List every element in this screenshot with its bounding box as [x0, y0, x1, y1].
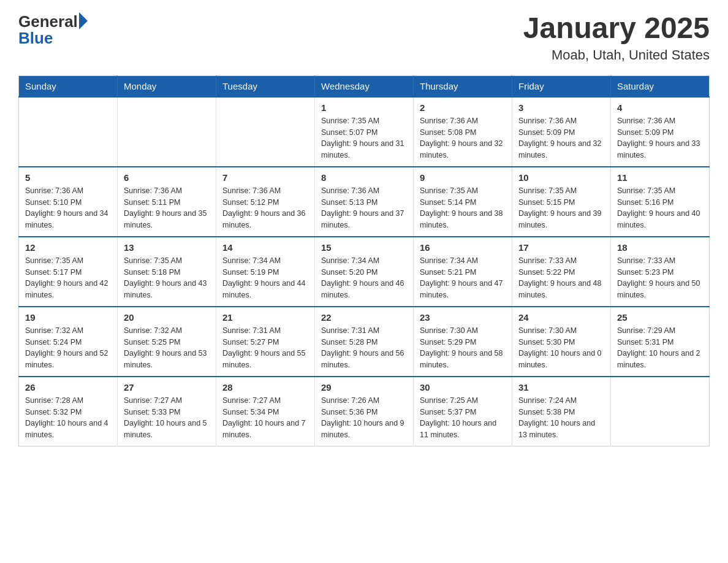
day-number: 10 — [518, 172, 604, 183]
day-number: 25 — [617, 312, 703, 323]
calendar-cell: 24Sunrise: 7:30 AM Sunset: 5:30 PM Dayli… — [512, 307, 611, 377]
day-info: Sunrise: 7:33 AM Sunset: 5:23 PM Dayligh… — [617, 255, 703, 301]
day-number: 14 — [222, 242, 308, 253]
calendar-cell: 6Sunrise: 7:36 AM Sunset: 5:11 PM Daylig… — [118, 167, 216, 237]
day-number: 11 — [617, 172, 703, 183]
calendar-cell: 27Sunrise: 7:27 AM Sunset: 5:33 PM Dayli… — [118, 377, 216, 446]
day-number: 23 — [420, 312, 506, 323]
calendar-cell: 28Sunrise: 7:27 AM Sunset: 5:34 PM Dayli… — [216, 377, 315, 446]
day-number: 21 — [222, 312, 308, 323]
day-info: Sunrise: 7:33 AM Sunset: 5:22 PM Dayligh… — [518, 255, 604, 301]
day-info: Sunrise: 7:35 AM Sunset: 5:14 PM Dayligh… — [420, 185, 506, 231]
day-info: Sunrise: 7:28 AM Sunset: 5:32 PM Dayligh… — [25, 395, 111, 441]
calendar-title-block: January 2025 Moab, Utah, United States — [523, 12, 710, 63]
day-info: Sunrise: 7:35 AM Sunset: 5:17 PM Dayligh… — [25, 255, 111, 301]
day-number: 12 — [25, 242, 111, 253]
day-info: Sunrise: 7:34 AM Sunset: 5:21 PM Dayligh… — [420, 255, 506, 301]
calendar-week-2: 5Sunrise: 7:36 AM Sunset: 5:10 PM Daylig… — [19, 167, 710, 237]
day-number: 29 — [321, 382, 407, 393]
day-number: 15 — [321, 242, 407, 253]
day-info: Sunrise: 7:36 AM Sunset: 5:13 PM Dayligh… — [321, 185, 407, 231]
day-number: 7 — [222, 172, 308, 183]
calendar-cell: 20Sunrise: 7:32 AM Sunset: 5:25 PM Dayli… — [118, 307, 216, 377]
day-number: 31 — [518, 382, 604, 393]
day-info: Sunrise: 7:36 AM Sunset: 5:10 PM Dayligh… — [25, 185, 111, 231]
day-number: 20 — [124, 312, 210, 323]
day-number: 16 — [420, 242, 506, 253]
day-of-week-thursday: Thursday — [414, 75, 512, 97]
day-info: Sunrise: 7:30 AM Sunset: 5:30 PM Dayligh… — [518, 325, 604, 371]
day-info: Sunrise: 7:29 AM Sunset: 5:31 PM Dayligh… — [617, 325, 703, 371]
day-info: Sunrise: 7:27 AM Sunset: 5:33 PM Dayligh… — [124, 395, 210, 441]
day-info: Sunrise: 7:35 AM Sunset: 5:18 PM Dayligh… — [124, 255, 210, 301]
logo-text-blue: Blue — [18, 29, 88, 48]
calendar-cell: 13Sunrise: 7:35 AM Sunset: 5:18 PM Dayli… — [118, 237, 216, 307]
calendar-cell — [611, 377, 710, 446]
calendar-cell — [118, 97, 216, 167]
calendar-cell: 10Sunrise: 7:35 AM Sunset: 5:15 PM Dayli… — [512, 167, 611, 237]
day-number: 3 — [518, 102, 604, 113]
calendar-cell — [216, 97, 315, 167]
calendar-week-3: 12Sunrise: 7:35 AM Sunset: 5:17 PM Dayli… — [19, 237, 710, 307]
calendar-cell: 11Sunrise: 7:35 AM Sunset: 5:16 PM Dayli… — [611, 167, 710, 237]
day-number: 1 — [321, 102, 407, 113]
calendar-body: 1Sunrise: 7:35 AM Sunset: 5:07 PM Daylig… — [19, 97, 710, 446]
day-number: 26 — [25, 382, 111, 393]
calendar-cell: 2Sunrise: 7:36 AM Sunset: 5:08 PM Daylig… — [414, 97, 512, 167]
day-info: Sunrise: 7:31 AM Sunset: 5:28 PM Dayligh… — [321, 325, 407, 371]
day-number: 22 — [321, 312, 407, 323]
day-info: Sunrise: 7:35 AM Sunset: 5:16 PM Dayligh… — [617, 185, 703, 231]
day-number: 17 — [518, 242, 604, 253]
calendar-cell: 17Sunrise: 7:33 AM Sunset: 5:22 PM Dayli… — [512, 237, 611, 307]
calendar-cell: 4Sunrise: 7:36 AM Sunset: 5:09 PM Daylig… — [611, 97, 710, 167]
calendar-cell: 23Sunrise: 7:30 AM Sunset: 5:29 PM Dayli… — [414, 307, 512, 377]
day-info: Sunrise: 7:34 AM Sunset: 5:20 PM Dayligh… — [321, 255, 407, 301]
day-number: 4 — [617, 102, 703, 113]
day-number: 18 — [617, 242, 703, 253]
day-info: Sunrise: 7:27 AM Sunset: 5:34 PM Dayligh… — [222, 395, 308, 441]
day-info: Sunrise: 7:34 AM Sunset: 5:19 PM Dayligh… — [222, 255, 308, 301]
day-number: 28 — [222, 382, 308, 393]
calendar-cell: 5Sunrise: 7:36 AM Sunset: 5:10 PM Daylig… — [19, 167, 118, 237]
day-of-week-sunday: Sunday — [19, 75, 118, 97]
day-number: 2 — [420, 102, 506, 113]
calendar-cell — [19, 97, 118, 167]
day-info: Sunrise: 7:36 AM Sunset: 5:09 PM Dayligh… — [617, 115, 703, 161]
calendar-cell: 21Sunrise: 7:31 AM Sunset: 5:27 PM Dayli… — [216, 307, 315, 377]
day-info: Sunrise: 7:36 AM Sunset: 5:08 PM Dayligh… — [420, 115, 506, 161]
day-of-week-wednesday: Wednesday — [315, 75, 414, 97]
day-info: Sunrise: 7:25 AM Sunset: 5:37 PM Dayligh… — [420, 395, 506, 441]
day-info: Sunrise: 7:26 AM Sunset: 5:36 PM Dayligh… — [321, 395, 407, 441]
calendar-title: January 2025 — [523, 12, 710, 45]
day-number: 27 — [124, 382, 210, 393]
calendar-cell: 15Sunrise: 7:34 AM Sunset: 5:20 PM Dayli… — [315, 237, 414, 307]
calendar-week-1: 1Sunrise: 7:35 AM Sunset: 5:07 PM Daylig… — [19, 97, 710, 167]
day-of-week-tuesday: Tuesday — [216, 75, 315, 97]
calendar-location: Moab, Utah, United States — [523, 47, 710, 63]
calendar-cell: 16Sunrise: 7:34 AM Sunset: 5:21 PM Dayli… — [414, 237, 512, 307]
calendar-week-5: 26Sunrise: 7:28 AM Sunset: 5:32 PM Dayli… — [19, 377, 710, 446]
calendar-table: SundayMondayTuesdayWednesdayThursdayFrid… — [18, 75, 710, 446]
day-info: Sunrise: 7:36 AM Sunset: 5:11 PM Dayligh… — [124, 185, 210, 231]
calendar-cell: 29Sunrise: 7:26 AM Sunset: 5:36 PM Dayli… — [315, 377, 414, 446]
calendar-cell: 14Sunrise: 7:34 AM Sunset: 5:19 PM Dayli… — [216, 237, 315, 307]
calendar-cell: 7Sunrise: 7:36 AM Sunset: 5:12 PM Daylig… — [216, 167, 315, 237]
logo-arrow-icon — [79, 12, 88, 29]
day-info: Sunrise: 7:32 AM Sunset: 5:25 PM Dayligh… — [124, 325, 210, 371]
calendar-cell: 19Sunrise: 7:32 AM Sunset: 5:24 PM Dayli… — [19, 307, 118, 377]
day-number: 6 — [124, 172, 210, 183]
day-info: Sunrise: 7:31 AM Sunset: 5:27 PM Dayligh… — [222, 325, 308, 371]
day-of-week-monday: Monday — [118, 75, 216, 97]
day-of-week-friday: Friday — [512, 75, 611, 97]
day-info: Sunrise: 7:36 AM Sunset: 5:12 PM Dayligh… — [222, 185, 308, 231]
day-number: 30 — [420, 382, 506, 393]
day-info: Sunrise: 7:35 AM Sunset: 5:07 PM Dayligh… — [321, 115, 407, 161]
calendar-header: SundayMondayTuesdayWednesdayThursdayFrid… — [19, 75, 710, 97]
calendar-cell: 26Sunrise: 7:28 AM Sunset: 5:32 PM Dayli… — [19, 377, 118, 446]
day-info: Sunrise: 7:32 AM Sunset: 5:24 PM Dayligh… — [25, 325, 111, 371]
day-number: 9 — [420, 172, 506, 183]
day-info: Sunrise: 7:30 AM Sunset: 5:29 PM Dayligh… — [420, 325, 506, 371]
day-info: Sunrise: 7:35 AM Sunset: 5:15 PM Dayligh… — [518, 185, 604, 231]
calendar-cell: 3Sunrise: 7:36 AM Sunset: 5:09 PM Daylig… — [512, 97, 611, 167]
calendar-cell: 9Sunrise: 7:35 AM Sunset: 5:14 PM Daylig… — [414, 167, 512, 237]
